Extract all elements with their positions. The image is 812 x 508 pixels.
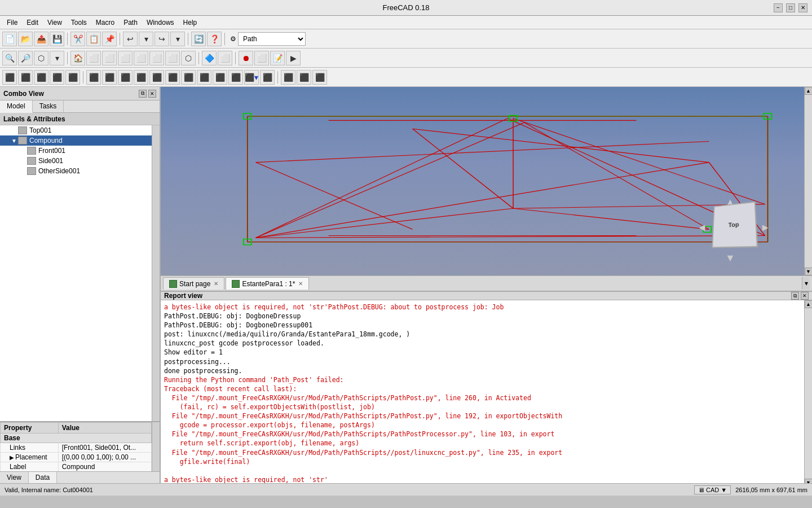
- path-op3-button[interactable]: ⬛: [213, 70, 227, 85]
- new-file-button[interactable]: 📄: [2, 32, 17, 46]
- menu-help[interactable]: Help: [179, 17, 202, 28]
- vscroll-down-button[interactable]: ▼: [805, 268, 813, 275]
- path-finish-button[interactable]: ⬛: [65, 70, 80, 85]
- menu-tools[interactable]: Tools: [67, 17, 91, 28]
- path-simulate-button[interactable]: ⬛: [50, 70, 64, 85]
- combo-tab-model[interactable]: Model: [0, 100, 33, 113]
- report-close-button[interactable]: ✕: [801, 292, 809, 300]
- nav-arrow-right[interactable]: ►: [760, 222, 770, 234]
- refresh-button[interactable]: 🔄: [191, 32, 206, 46]
- workbench-dropdown[interactable]: Path Part Design Sketcher Draft: [238, 32, 306, 46]
- cut-button[interactable]: ✂️: [70, 32, 85, 46]
- close-button[interactable]: ✕: [798, 3, 807, 12]
- tree-arrow-compound[interactable]: ▼: [11, 138, 18, 144]
- copy-button[interactable]: 📋: [86, 32, 101, 46]
- path-pocket-button[interactable]: ⬛: [102, 70, 117, 85]
- tree-scrollbar[interactable]: [152, 125, 160, 421]
- doc-tab-start-page[interactable]: Start page ✕: [163, 277, 224, 290]
- nav-cube-face[interactable]: Top: [712, 202, 758, 248]
- tree-item-front001[interactable]: Front001: [0, 146, 152, 156]
- paste-button[interactable]: 📌: [102, 32, 117, 46]
- path-dropdown-button[interactable]: ⬛▾: [244, 70, 259, 85]
- doc-tab-estante[interactable]: EstantePara1 : 1* ✕: [226, 277, 309, 290]
- open-file-button[interactable]: 📂: [18, 32, 33, 46]
- tab-scroll-button[interactable]: ▾: [802, 277, 810, 290]
- record-button[interactable]: ⏺: [239, 51, 253, 65]
- view-front-button[interactable]: ⬜: [86, 51, 101, 65]
- undo-button[interactable]: ↩: [123, 32, 138, 46]
- report-content[interactable]: a bytes-like object is required, not 'st…: [161, 300, 804, 483]
- tree-item-side001[interactable]: Side001: [0, 156, 152, 166]
- close-file-button[interactable]: 📤: [34, 32, 48, 46]
- report-scrollbar[interactable]: ▲ ▼: [804, 300, 812, 483]
- menu-edit[interactable]: Edit: [22, 17, 43, 28]
- report-vscroll-down[interactable]: ▼: [805, 479, 813, 483]
- menu-macro[interactable]: Macro: [91, 17, 119, 28]
- combo-tab-tasks[interactable]: Tasks: [33, 100, 64, 112]
- report-vscroll-up[interactable]: ▲: [805, 300, 813, 308]
- path-op2-button[interactable]: ⬛: [197, 70, 211, 85]
- tree-item-compound[interactable]: ▼ Compound: [0, 135, 152, 146]
- view-left-button[interactable]: ⬜: [149, 51, 164, 65]
- part-button[interactable]: ⬜: [218, 51, 232, 65]
- nav-cube[interactable]: ▲ ▼ ◄ ► Top: [697, 196, 770, 264]
- path-face-button[interactable]: ⬛: [134, 70, 148, 85]
- workbench-selector[interactable]: ⚙ Path Part Design Sketcher Draft: [230, 32, 306, 46]
- view-rear-button[interactable]: ⬜: [134, 51, 148, 65]
- tree-content[interactable]: Top001 ▼ Compound: [0, 125, 152, 421]
- report-float-button[interactable]: ⧉: [791, 292, 799, 300]
- draw-style-button[interactable]: ⬡: [34, 51, 48, 65]
- maximize-button[interactable]: □: [786, 3, 795, 12]
- prop-row-placement[interactable]: ▶Placement [(0,00 0,00 1,00); 0,00 ...: [1, 453, 152, 462]
- menu-windows[interactable]: Windows: [142, 17, 179, 28]
- prop-row-links[interactable]: Links [Front001, Side001, Ot...: [1, 443, 152, 453]
- draw-style-dropdown[interactable]: ▾: [50, 51, 64, 65]
- path-dressup3-button[interactable]: ⬛: [312, 70, 327, 85]
- panel-tab-data[interactable]: Data: [29, 472, 57, 483]
- path-dressup2-button[interactable]: ⬛: [297, 70, 311, 85]
- path-post-button[interactable]: ⬛: [18, 70, 33, 85]
- panel-tab-view[interactable]: View: [0, 472, 29, 483]
- path-helix-button[interactable]: ⬛: [149, 70, 164, 85]
- view-right-button[interactable]: ⬜: [118, 51, 133, 65]
- path-adaptive-button[interactable]: ⬛: [165, 70, 180, 85]
- view-bottom-button[interactable]: ⬜: [165, 51, 180, 65]
- doc-tab-close-estante[interactable]: ✕: [298, 281, 303, 287]
- menu-view[interactable]: View: [43, 17, 67, 28]
- view-top-button[interactable]: ⬜: [102, 51, 117, 65]
- edit-macro-button[interactable]: 📝: [270, 51, 285, 65]
- cad-button[interactable]: 🖥 CAD ▼: [694, 485, 731, 494]
- view-iso-button[interactable]: ⬡: [181, 51, 196, 65]
- nav-arrow-down[interactable]: ▼: [725, 252, 735, 264]
- tree-item-top001[interactable]: Top001: [0, 125, 152, 135]
- run-macro-button[interactable]: ▶: [286, 51, 301, 65]
- fit-all-button[interactable]: 🔍: [2, 51, 17, 65]
- menu-file[interactable]: File: [2, 17, 22, 28]
- fit-selection-button[interactable]: 🔎: [18, 51, 33, 65]
- prop-expand-icon[interactable]: ▶: [10, 454, 14, 461]
- path-check-button[interactable]: ⬛: [34, 70, 48, 85]
- help-button[interactable]: ❓: [207, 32, 222, 46]
- path-job-button[interactable]: ⬛: [2, 70, 17, 85]
- redo-dropdown-button[interactable]: ▾: [170, 32, 185, 46]
- combo-float-button[interactable]: ⧉: [139, 90, 147, 98]
- path-extra-button[interactable]: ⬛: [260, 70, 275, 85]
- stop-button[interactable]: ⬜: [254, 51, 269, 65]
- path-op1-button[interactable]: ⬛: [181, 70, 196, 85]
- combo-close-button[interactable]: ✕: [148, 90, 156, 98]
- vscroll-up-button[interactable]: ▲: [805, 87, 813, 95]
- viewport-scrollbar[interactable]: ▲ ▼: [804, 87, 812, 275]
- props-scrollbar[interactable]: [152, 422, 160, 471]
- undo-dropdown-button[interactable]: ▾: [139, 32, 153, 46]
- viewport-3d[interactable]: ▲ ▼ ◄ ► Top: [161, 87, 804, 275]
- nav-arrow-left[interactable]: ◄: [697, 222, 707, 234]
- select-mode-button[interactable]: 🔷: [202, 51, 217, 65]
- path-profile-button[interactable]: ⬛: [86, 70, 101, 85]
- doc-tab-close-start[interactable]: ✕: [214, 281, 218, 287]
- prop-row-label[interactable]: Label Compound: [1, 462, 152, 472]
- menu-path[interactable]: Path: [119, 17, 142, 28]
- view-home-button[interactable]: 🏠: [70, 51, 85, 65]
- tree-item-otherside001[interactable]: OtherSide001: [0, 166, 152, 176]
- path-drill-button[interactable]: ⬛: [118, 70, 133, 85]
- save-file-button[interactable]: 💾: [50, 32, 64, 46]
